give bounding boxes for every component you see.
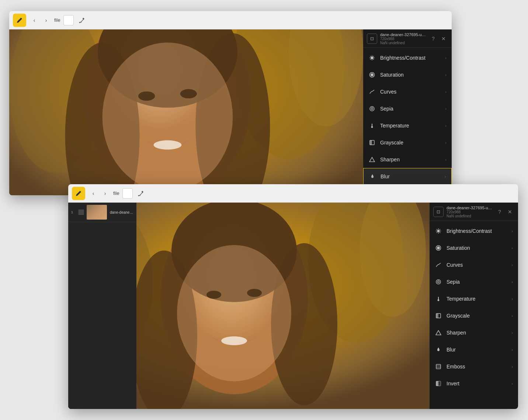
filter-item-sepia[interactable]: Sepia ›	[363, 100, 452, 117]
nav-forward-btn-2[interactable]: ›	[100, 188, 110, 199]
sepia-arrow: ›	[445, 106, 447, 111]
svg-point-61	[438, 280, 439, 281]
filter-item-curves-2[interactable]: Curves ›	[430, 256, 518, 273]
sharpen-label-2: Sharpen	[447, 330, 507, 336]
curves-icon	[368, 88, 376, 95]
close-btn-2[interactable]: ✕	[506, 207, 514, 216]
filter-item-sepia-2[interactable]: Sepia ›	[430, 273, 518, 290]
grayscale-label: Grayscale	[380, 140, 441, 146]
svg-line-54	[440, 232, 440, 233]
eyedropper-tool-2[interactable]	[136, 188, 146, 199]
sepia-arrow-2: ›	[511, 280, 513, 284]
eyedropper-tool[interactable]	[77, 15, 87, 25]
filter-item-brightness[interactable]: Brightness/Contrast ›	[363, 49, 452, 66]
svg-point-14	[371, 56, 374, 59]
svg-line-22	[370, 59, 371, 60]
temperature-icon	[368, 122, 376, 129]
panel-info: dane-deaner-327695-unsp... 720x988 NaN u…	[380, 32, 426, 45]
nav-forward-btn[interactable]: ›	[41, 15, 51, 25]
curves-arrow: ›	[445, 90, 447, 94]
filter-item-saturation[interactable]: Saturation ›	[363, 66, 452, 83]
window-1: ‹ › file	[9, 11, 452, 195]
svg-line-55	[440, 229, 440, 230]
filter-item-saturation-2[interactable]: Saturation ›	[430, 239, 518, 256]
panel-meta: NaN undefined	[380, 41, 426, 45]
svg-line-56	[437, 232, 437, 233]
sharpen-arrow: ›	[445, 157, 447, 162]
sharpen-icon-2	[435, 329, 442, 336]
panel-header-1: ⊡ dane-deaner-327695-unsp... 720x988 NaN…	[363, 29, 452, 48]
filmstrip-checkbox[interactable]	[79, 210, 84, 215]
color-swatch-2[interactable]	[122, 188, 133, 199]
emboss-arrow-2: ›	[511, 364, 513, 369]
svg-rect-70	[438, 381, 441, 386]
toolbar-1: ‹ › file	[9, 11, 452, 29]
curves-icon-2	[435, 261, 442, 269]
portrait-image-1	[9, 29, 363, 195]
filmstrip-panel: 1 dane-deaner-327695-u...	[68, 203, 136, 409]
filter-item-grayscale[interactable]: Grayscale ›	[363, 134, 452, 151]
panel-actions: ? ✕	[429, 34, 448, 43]
brightness-icon	[368, 54, 376, 62]
emboss-label-2: Emboss	[447, 364, 507, 370]
svg-point-58	[437, 246, 440, 249]
filter-item-blur[interactable]: Blur ›	[363, 168, 452, 185]
svg-rect-13	[9, 29, 363, 195]
filter-item-sharpen[interactable]: Sharpen ›	[363, 151, 452, 168]
invert-arrow-2: ›	[511, 381, 513, 386]
filter-list-1: Brightness/Contrast › Saturation ›	[363, 48, 452, 195]
grayscale-arrow: ›	[445, 140, 447, 145]
blur-icon-2	[435, 346, 442, 353]
saturation-arrow-2: ›	[511, 246, 513, 250]
filter-item-brightness-2[interactable]: Brightness/Contrast ›	[430, 223, 518, 239]
svg-rect-63	[436, 314, 438, 318]
help-btn-2[interactable]: ?	[495, 207, 504, 216]
right-panel-2: ⊡ dane-deaner-327695-unsp... 720x988 NaN…	[430, 203, 518, 409]
temperature-arrow: ›	[445, 123, 447, 128]
filter-item-temperature[interactable]: Temperature ›	[363, 117, 452, 134]
panel-meta-2: NaN undefined	[447, 214, 492, 218]
panel-actions-2: ? ✕	[495, 207, 514, 216]
nav-buttons-2: ‹ ›	[88, 188, 110, 199]
help-btn-1[interactable]: ?	[429, 34, 438, 43]
svg-point-27	[372, 107, 372, 108]
filter-item-emboss-2[interactable]: Emboss ›	[430, 358, 518, 375]
app-logo	[13, 14, 26, 27]
brightness-label: Brightness/Contrast	[380, 55, 441, 61]
filmstrip-index: 1	[71, 210, 76, 214]
right-panel-1: ⊡ dane-deaner-327695-unsp... 720x988 NaN…	[363, 29, 452, 195]
filter-item-curves[interactable]: Curves ›	[363, 83, 452, 100]
brightness-arrow-2: ›	[511, 229, 513, 233]
nav-buttons: ‹ ›	[29, 15, 51, 25]
svg-point-0	[79, 22, 80, 23]
blur-arrow-2: ›	[511, 347, 513, 352]
sharpen-label: Sharpen	[380, 157, 441, 162]
file-label-2: file	[113, 190, 119, 196]
image-area-2: 1 dane-deaner-327695-u...	[68, 203, 430, 409]
filmstrip-item[interactable]: 1 dane-deaner-327695-u...	[68, 203, 136, 222]
saturation-label-2: Saturation	[447, 245, 507, 251]
invert-label-2: Invert	[447, 381, 507, 386]
filter-item-sharpen-2[interactable]: Sharpen ›	[430, 324, 518, 341]
svg-point-26	[371, 108, 373, 110]
svg-marker-30	[369, 157, 375, 162]
filter-list-2: Brightness/Contrast › Saturation ›	[430, 221, 518, 409]
color-swatch[interactable]	[63, 15, 74, 25]
sepia-label-2: Sepia	[447, 279, 507, 285]
svg-point-59	[436, 280, 441, 284]
filter-item-blur-2[interactable]: Blur ›	[430, 341, 518, 358]
grayscale-icon	[368, 139, 376, 146]
nav-back-btn-2[interactable]: ‹	[88, 188, 98, 199]
filmstrip-thumb-image	[87, 205, 107, 220]
svg-line-19	[370, 56, 371, 57]
filter-item-grayscale-2[interactable]: Grayscale ›	[430, 307, 518, 324]
filter-item-temperature-2[interactable]: Temperature ›	[430, 290, 518, 307]
svg-rect-65	[436, 364, 441, 369]
file-label: file	[54, 17, 60, 23]
svg-point-34	[138, 195, 139, 196]
panel-header-2: ⊡ dane-deaner-327695-unsp... 720x988 NaN…	[430, 203, 518, 221]
invert-icon-2	[435, 380, 442, 387]
nav-back-btn[interactable]: ‹	[29, 15, 39, 25]
filter-item-invert-2[interactable]: Invert ›	[430, 375, 518, 392]
close-btn-1[interactable]: ✕	[439, 34, 448, 43]
